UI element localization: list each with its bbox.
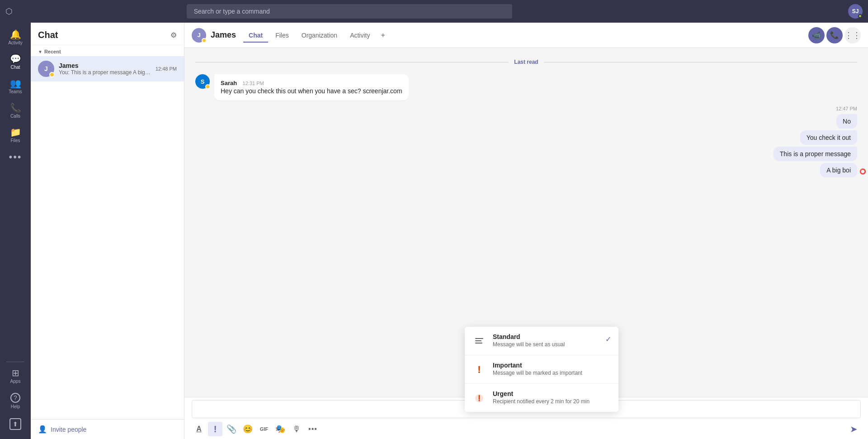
- sidebar-divider: [6, 362, 24, 362]
- emoji-button[interactable]: 😊: [241, 422, 255, 436]
- sarah-message-bubble: Sarah 12:31 PM Hey can you check this ou…: [214, 74, 409, 100]
- status-dot: [858, 14, 862, 18]
- contact-name: James: [211, 30, 236, 40]
- emoji-icon: 😊: [243, 424, 253, 434]
- toolbar-area: Standard Message will be sent as usual ✓…: [184, 397, 868, 439]
- tab-chat[interactable]: Chat: [243, 29, 268, 43]
- important-info: Important Message will be marked as impo…: [493, 362, 611, 376]
- urgent-icon: [472, 391, 486, 406]
- standard-desc: Message will be sent as usual: [493, 341, 599, 348]
- sidebar-item-calls[interactable]: 📞 Calls: [0, 100, 31, 122]
- gif-button[interactable]: GIF: [257, 422, 271, 436]
- important-name: Important: [493, 362, 611, 369]
- recent-section-label: ▼ Recent: [31, 45, 184, 56]
- sidebar-item-teams[interactable]: 👥 Teams: [0, 75, 31, 98]
- more-toolbar-button[interactable]: •••: [306, 422, 320, 436]
- chat-panel-header: Chat ⚙: [31, 23, 184, 45]
- header-actions: 📹 📞 ⋮⋮: [808, 27, 861, 43]
- attach-button[interactable]: 📎: [224, 422, 239, 436]
- last-read-line-left: [195, 62, 509, 62]
- chat-panel-title: Chat: [38, 30, 58, 40]
- upload-icon: ⬆: [9, 418, 21, 430]
- toolbar-buttons: A ! 📎 😊 GIF 🎭 🎙: [192, 422, 861, 436]
- more-icon: •••: [9, 152, 22, 162]
- calls-icon: 📞: [10, 103, 21, 112]
- sidebar-item-more[interactable]: •••: [0, 148, 31, 166]
- gif-icon: GIF: [260, 426, 268, 432]
- sidebar-item-activity[interactable]: 🔔 Activity: [0, 26, 31, 49]
- contact-status-badge: [202, 38, 207, 43]
- sidebar-item-files[interactable]: 📁 Files: [0, 124, 31, 147]
- avatar[interactable]: SJ: [848, 4, 863, 19]
- urgent-info: Urgent Recipient notified every 2 min fo…: [493, 390, 611, 405]
- svg-rect-1: [475, 340, 481, 341]
- sent-message-bigboi: A big boi ⭕: [820, 163, 857, 177]
- format-button[interactable]: A: [192, 422, 206, 436]
- video-icon: 📹: [812, 31, 821, 39]
- tab-organization[interactable]: Organization: [296, 29, 343, 43]
- standard-info: Standard Message will be sent as usual: [493, 333, 599, 348]
- priority-dropdown: Standard Message will be sent as usual ✓…: [465, 327, 618, 412]
- contact-avatar: J: [192, 28, 206, 43]
- sarah-avatar: S: [195, 74, 210, 89]
- audio-icon: 🎙: [292, 425, 301, 434]
- sarah-message-text: Hey can you check this out when you have…: [221, 87, 402, 96]
- sarah-message-header: Sarah 12:31 PM: [221, 79, 402, 87]
- sarah-sender-name: Sarah: [221, 80, 237, 86]
- sidebar-item-help[interactable]: ? Help: [0, 389, 31, 413]
- send-button[interactable]: ➤: [846, 422, 861, 436]
- sarah-message-time: 12:31 PM: [243, 81, 264, 86]
- sidebar-item-chat[interactable]: 💬 Chat: [0, 51, 31, 73]
- search-bar[interactable]: Search or type a command: [187, 4, 512, 19]
- conversation-tabs: Chat Files Organization Activity +: [243, 29, 389, 42]
- compose-button[interactable]: ⬡: [5, 6, 13, 16]
- video-call-button[interactable]: 📹: [808, 27, 825, 43]
- files-icon: 📁: [10, 128, 21, 137]
- audio-call-button[interactable]: 📞: [826, 27, 843, 43]
- tab-activity[interactable]: Activity: [344, 29, 375, 43]
- svg-rect-0: [475, 338, 483, 339]
- priority-urgent[interactable]: Urgent Recipient notified every 2 min fo…: [465, 384, 618, 412]
- more-options-button[interactable]: ⋮⋮: [844, 27, 861, 43]
- urgent-desc: Recipient notified every 2 min for 20 mi…: [493, 398, 611, 405]
- priority-icon: !: [214, 424, 217, 434]
- sidebar-item-apps[interactable]: ⊞ Apps: [0, 365, 31, 387]
- sent-messages-group: 12:47 PM No You check it out This is a p…: [195, 106, 857, 177]
- more-toolbar-icon: •••: [308, 425, 317, 433]
- format-icon: A: [196, 425, 202, 433]
- sticker-icon: 🎭: [275, 424, 285, 434]
- top-bar: ⬡ Search or type a command SJ: [0, 0, 868, 23]
- search-placeholder: Search or type a command: [194, 8, 270, 15]
- james-preview: You: This is a proper message A big boi: [59, 69, 151, 76]
- james-info: James You: This is a proper message A bi…: [59, 62, 151, 76]
- filter-button[interactable]: ⚙: [170, 31, 177, 39]
- tab-files[interactable]: Files: [270, 29, 294, 43]
- standard-name: Standard: [493, 333, 599, 340]
- more-options-icon: ⋮⋮: [844, 30, 861, 40]
- priority-standard[interactable]: Standard Message will be sent as usual ✓: [465, 327, 618, 355]
- priority-button[interactable]: !: [208, 422, 222, 436]
- james-name: James: [59, 62, 151, 69]
- add-tab-button[interactable]: +: [377, 29, 388, 42]
- important-icon: !: [472, 363, 486, 377]
- sent-check-icon: ⭕: [859, 168, 866, 175]
- sent-time: 12:47 PM: [836, 106, 857, 111]
- chat-icon: 💬: [10, 54, 21, 63]
- attach-icon: 📎: [226, 424, 236, 434]
- main-content: J James Chat Files Organization Activity…: [184, 23, 868, 439]
- audio-button[interactable]: 🎙: [289, 422, 304, 436]
- teams-icon: 👥: [10, 79, 21, 88]
- activity-icon: 🔔: [10, 30, 21, 39]
- chat-panel: Chat ⚙ ▼ Recent J James You: This is a p…: [31, 23, 184, 439]
- chat-list-item-james[interactable]: J James You: This is a proper message A …: [31, 56, 184, 81]
- urgent-name: Urgent: [493, 390, 611, 397]
- main-layout: 🔔 Activity 💬 Chat 👥 Teams 📞 Calls 📁 File…: [0, 23, 868, 439]
- invite-people-button[interactable]: 👤 Invite people: [31, 419, 184, 439]
- sidebar-item-upload[interactable]: ⬆: [0, 415, 31, 434]
- svg-point-4: [479, 400, 480, 401]
- important-desc: Message will be marked as important: [493, 370, 611, 376]
- send-icon: ➤: [850, 424, 858, 434]
- sticker-button[interactable]: 🎭: [273, 422, 288, 436]
- priority-important[interactable]: ! Important Message will be marked as im…: [465, 355, 618, 384]
- james-time: 12:48 PM: [156, 66, 177, 72]
